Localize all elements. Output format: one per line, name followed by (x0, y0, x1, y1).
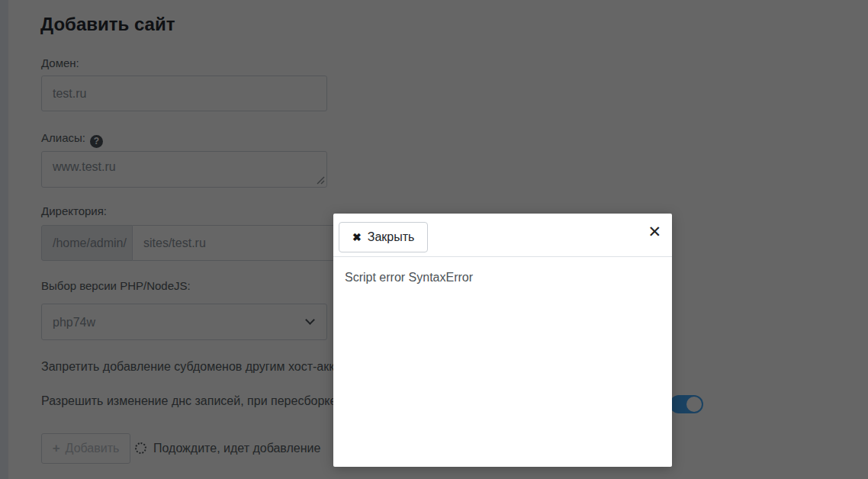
close-button[interactable]: ✖ Закрыть (339, 222, 428, 252)
error-modal: ✖ Закрыть ✕ Script error SyntaxError (333, 214, 672, 467)
close-x-icon: ✖ (352, 231, 362, 243)
modal-header: ✖ Закрыть ✕ (333, 214, 672, 257)
add-site-page: Добавить сайт Домен: Алиасы:? www.test.r… (0, 0, 868, 479)
corner-close-icon[interactable]: ✕ (648, 223, 661, 240)
modal-message: Script error SyntaxError (333, 257, 672, 298)
close-button-label: Закрыть (368, 230, 415, 244)
